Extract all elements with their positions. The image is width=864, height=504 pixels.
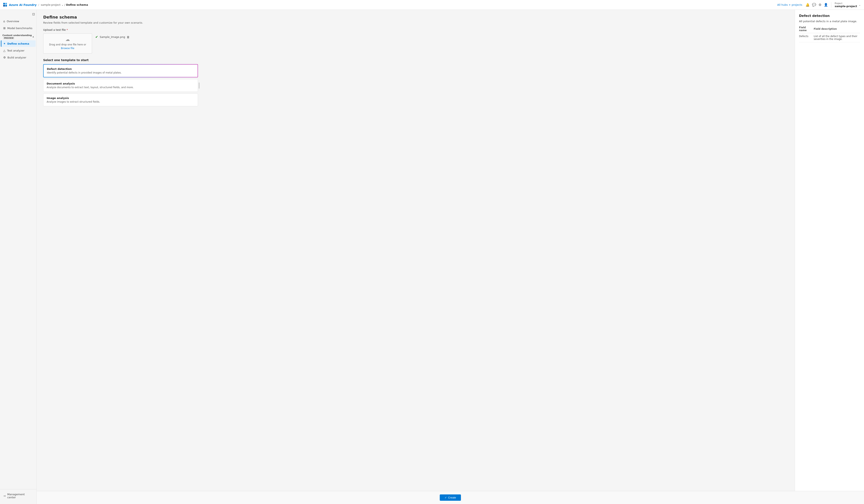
col-field-name: Field name	[799, 26, 814, 33]
sidebar-item-label: Define schema	[7, 42, 29, 45]
sidebar: ⊡ ⌂ Overview ⊞ Model benchmarks Content …	[0, 10, 37, 504]
uploaded-filename: Sample_Image.png	[99, 35, 125, 38]
table-row: Defects List of all the defect types and…	[799, 33, 860, 43]
sidebar-item-build-analyzer[interactable]: ⚙ Build analyzer	[1, 54, 36, 61]
page-title: Define schema	[43, 15, 788, 20]
template-desc: Analyze documents to extract text, layou…	[47, 86, 194, 89]
section-label: Content understanding	[2, 34, 32, 37]
topnav-right: All hubs + projects 🔔 💬 ⚙ 👤 Project samp…	[777, 2, 861, 8]
template-card-image-analysis[interactable]: Image analysis Analyze images to extract…	[43, 94, 198, 106]
delete-file-icon[interactable]: 🗑	[127, 35, 130, 39]
section-chevron-icon[interactable]: ∧	[32, 36, 34, 38]
field-name-cell: Defects	[799, 33, 814, 43]
sidebar-item-label: Overview	[7, 20, 19, 23]
topnav-icons: 🔔 💬 ⚙ 👤	[806, 3, 828, 7]
sidebar-item-label: Test analyzer	[7, 49, 24, 52]
preview-badge: PREVIEW	[3, 37, 14, 39]
template-card-defect-detection[interactable]: Defect detection Identify potential defe…	[43, 64, 198, 77]
topnav: Azure AI Foundry / sample-project ⌄ / De…	[0, 0, 864, 10]
sidebar-item-test-analyzer[interactable]: △ Test analyzer	[1, 47, 36, 54]
test-analyzer-icon: △	[3, 49, 5, 52]
required-marker: *	[67, 28, 68, 31]
brand-name: Azure AI Foundry	[9, 3, 37, 7]
project-label: Project	[835, 2, 857, 5]
build-analyzer-icon: ⚙	[3, 56, 6, 59]
field-desc-cell: List of all the defect types and their s…	[814, 33, 860, 43]
svg-rect-3	[5, 5, 7, 7]
uploaded-file: ✔ Sample_Image.png 🗑	[95, 33, 130, 39]
sidebar-bottom: → Management center	[0, 489, 36, 502]
template-title: Defect detection	[47, 68, 194, 71]
main-content: Define schema Review fields from selecte…	[37, 10, 864, 491]
main-footer: ✓ Create	[37, 491, 864, 504]
sidebar-item-define-schema[interactable]: ✦ Define schema	[1, 40, 36, 47]
breadcrumb: sample-project ⌄ / Define schema	[41, 3, 88, 6]
upload-cloud-icon: ☁	[65, 37, 70, 42]
upload-label: Upload a test file *	[43, 28, 788, 31]
panel-title: Defect detection	[799, 14, 860, 18]
svg-rect-0	[3, 3, 5, 4]
brand-logo[interactable]: Azure AI Foundry	[3, 3, 37, 7]
toggle-sidebar-button[interactable]: ⊡	[32, 12, 35, 16]
panel-desc: All potential defects in a metal plate i…	[799, 20, 860, 23]
sidebar-toggle[interactable]: ⊡	[0, 11, 36, 18]
account-icon[interactable]: 👤	[824, 3, 828, 7]
chat-icon[interactable]: 💬	[812, 3, 816, 7]
management-center-icon: →	[3, 494, 6, 497]
upload-dropzone[interactable]: ☁ Drag and drop one file here or Browse …	[43, 33, 92, 53]
template-list: Defect detection Identify potential defe…	[43, 64, 198, 106]
sidebar-item-overview[interactable]: ⌂ Overview	[1, 18, 36, 24]
breadcrumb-current: Define schema	[66, 3, 88, 6]
layout: ⊡ ⌂ Overview ⊞ Model benchmarks Content …	[0, 10, 864, 504]
col-field-desc: Field description	[814, 26, 860, 33]
template-select-label: Select one template to start	[43, 58, 788, 62]
template-card-document-analysis[interactable]: Document analysis Analyze documents to e…	[43, 79, 198, 92]
template-title: Image analysis	[47, 97, 194, 99]
define-schema-icon: ✦	[3, 42, 6, 45]
main-body: Define schema Review fields from selecte…	[37, 10, 795, 491]
check-circle-icon: ✔	[95, 35, 98, 39]
sidebar-item-label: Model benchmarks	[7, 27, 32, 30]
sidebar-item-model-benchmarks[interactable]: ⊞ Model benchmarks	[1, 25, 36, 31]
project-selector[interactable]: Project sample-project ⌄	[831, 2, 861, 8]
sidebar-section-content-understanding: Content understanding PREVIEW ∧	[0, 32, 36, 40]
template-desc: Analyze images to extract structured fie…	[47, 100, 194, 103]
svg-rect-1	[5, 3, 7, 4]
sidebar-item-label: Build analyzer	[8, 56, 26, 59]
create-button[interactable]: ✓ Create	[440, 494, 461, 501]
notification-icon[interactable]: 🔔	[806, 3, 809, 7]
panel-table: Field name Field description Defects Lis…	[799, 26, 860, 43]
breadcrumb-project[interactable]: sample-project ⌄	[41, 3, 63, 6]
template-desc: Identify potential defects in provided i…	[47, 71, 194, 74]
project-name: sample-project	[835, 5, 857, 8]
model-benchmarks-icon: ⊞	[3, 26, 6, 30]
sidebar-item-label: Management center	[7, 493, 33, 499]
settings-icon[interactable]: ⚙	[819, 3, 821, 7]
upload-area-row: ☁ Drag and drop one file here or Browse …	[43, 33, 788, 53]
page-subtitle: Review fields from selected template and…	[43, 21, 788, 24]
check-icon: ✓	[445, 496, 447, 499]
right-panel: Defect detection All potential defects i…	[795, 10, 864, 491]
overview-icon: ⌂	[3, 20, 5, 23]
chevron-down-icon: ⌄	[859, 3, 861, 6]
all-hubs-link[interactable]: All hubs + projects	[777, 3, 802, 6]
upload-text: Drag and drop one file here or Browse fi…	[49, 43, 86, 50]
main-area: Define schema Review fields from selecte…	[37, 10, 864, 504]
template-title: Document analysis	[47, 82, 194, 85]
browse-file-link[interactable]: Browse file	[61, 47, 74, 50]
svg-rect-2	[3, 5, 5, 7]
sidebar-item-management-center[interactable]: → Management center	[1, 491, 36, 501]
